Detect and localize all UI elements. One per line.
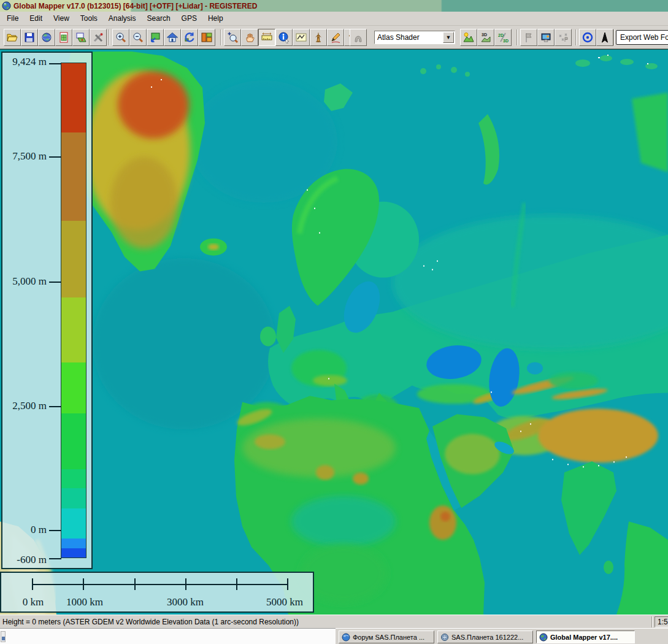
- taskbar-button-sas-planet[interactable]: SAS.Планета 161222...: [437, 631, 533, 643]
- overlay-control-center-button[interactable]: [72, 29, 90, 46]
- scale-label-3000km: 3000 km: [167, 596, 204, 608]
- menu-bar: File Edit View Tools Analysis Search GPS…: [0, 12, 668, 26]
- browser-globe-icon: [342, 633, 350, 642]
- toolbar: Atlas Shader ▼ 3D 2D 3D: [0, 26, 668, 49]
- menu-gps[interactable]: GPS: [176, 12, 202, 25]
- menu-search[interactable]: Search: [142, 12, 176, 25]
- path-profile-button[interactable]: [293, 29, 310, 46]
- full-view-button[interactable]: [147, 29, 164, 46]
- hill-shading-button[interactable]: [460, 29, 477, 46]
- open-folder-icon: [6, 31, 18, 44]
- window-title: Global Mapper v17.0 (b123015) [64-bit] […: [13, 2, 257, 10]
- scale-tick: [32, 578, 33, 590]
- north-arrow-button[interactable]: [596, 29, 613, 46]
- global-mapper-window: Global Mapper v17.0 (b123015) [64-bit] […: [0, 0, 668, 644]
- zoom-box-button[interactable]: [224, 29, 241, 46]
- 3d-view-icon: 3D: [480, 31, 492, 44]
- toolbar-separator: [109, 29, 110, 45]
- pan-button[interactable]: [241, 29, 258, 46]
- global-mapper-icon: [539, 633, 548, 642]
- walk-3d-button-disabled[interactable]: [350, 29, 367, 46]
- legend-label-min: -600 m: [2, 554, 47, 566]
- north-arrow-icon: [599, 31, 611, 44]
- bottom-strip: Форум SAS.Планета ... SAS.Планета 161222…: [0, 628, 668, 644]
- feature-info-button[interactable]: [275, 29, 293, 46]
- lidar-button-disabled[interactable]: [555, 29, 572, 46]
- zoom-out-button[interactable]: [129, 29, 147, 46]
- measure-button[interactable]: [258, 29, 275, 46]
- toolbar-group-tools: [224, 29, 361, 46]
- refresh-icon: [183, 31, 196, 44]
- lidar-points-icon: [557, 31, 569, 44]
- distance-scale-bar: 0 km 1000 km 3000 km 5000 km: [0, 572, 314, 613]
- toolbar-group-walk: [350, 29, 367, 46]
- toolbar-group-file: [4, 29, 107, 46]
- toolbar-separator: [516, 29, 518, 45]
- floppy-save-icon: [23, 31, 36, 44]
- open-web-button[interactable]: [38, 29, 55, 46]
- home-view-button[interactable]: [164, 29, 181, 46]
- menu-tools[interactable]: Tools: [75, 12, 103, 25]
- dropdown-arrow-icon[interactable]: ▼: [443, 32, 454, 43]
- image-viewer-button[interactable]: [537, 29, 555, 46]
- open-file-button[interactable]: [4, 29, 21, 46]
- status-text: Height = 0 meters (ASTER GDEM v2 Worldwi…: [0, 618, 299, 626]
- document-map-icon: [58, 31, 70, 44]
- configuration-button[interactable]: [90, 29, 107, 46]
- monitor-image-icon: [540, 31, 552, 44]
- globe-icon: [40, 31, 53, 44]
- pencil-icon: [329, 31, 342, 44]
- export-web-form-button[interactable]: Export Web Form...: [616, 30, 668, 45]
- taskbar-button-label: Форум SAS.Планета ...: [353, 634, 424, 641]
- taskbar-button-global-mapper[interactable]: Global Mapper v17....: [536, 631, 635, 643]
- open-data-file-button[interactable]: [55, 29, 72, 46]
- sun-terrain-icon: [463, 31, 475, 44]
- title-bar: Global Mapper v17.0 (b123015) [64-bit] […: [0, 0, 668, 12]
- taskbar-button-forum-sas[interactable]: Форум SAS.Планета ...: [339, 631, 434, 643]
- gps-center-button[interactable]: [579, 29, 596, 46]
- shader-dropdown[interactable]: Atlas Shader ▼: [374, 31, 455, 44]
- digitizer-button[interactable]: [327, 29, 344, 46]
- ruler-measure-icon: [261, 31, 273, 44]
- 3d-view-button[interactable]: 3D: [477, 29, 494, 46]
- zoom-in-button[interactable]: [112, 29, 129, 46]
- menu-file[interactable]: File: [1, 12, 24, 25]
- menu-help[interactable]: Help: [202, 12, 229, 25]
- app-globe-icon: [2, 1, 11, 10]
- status-bar: Height = 0 meters (ASTER GDEM v2 Worldwi…: [0, 615, 668, 628]
- hand-pan-icon: [244, 31, 256, 44]
- zoom-out-icon: [132, 31, 144, 44]
- tools-config-icon: [92, 31, 104, 44]
- scale-tick: [236, 578, 237, 590]
- toolbar-group-3d: 3D 2D 3D: [460, 29, 512, 46]
- flag-icon: [523, 31, 535, 44]
- map-canvas[interactable]: [0, 49, 668, 615]
- layers-icon: [75, 31, 87, 44]
- scale-tick: [185, 578, 186, 590]
- menu-view[interactable]: View: [48, 12, 75, 25]
- tile-windows-button[interactable]: [198, 29, 215, 46]
- info-cursor-icon: [278, 31, 290, 44]
- full-extent-icon: [149, 31, 161, 44]
- menu-edit[interactable]: Edit: [24, 12, 48, 25]
- scale-tick: [134, 578, 136, 590]
- toolbar-group-view: [520, 29, 572, 46]
- legend-label-7500: 7,500 m: [2, 150, 47, 163]
- scale-line: [32, 584, 287, 585]
- save-button[interactable]: [21, 29, 38, 46]
- scale-label-1000km: 1000 km: [66, 596, 103, 608]
- menu-analysis[interactable]: Analysis: [103, 12, 142, 25]
- flag-button-disabled[interactable]: [520, 29, 537, 46]
- scale-label-5000km: 5000 km: [266, 596, 303, 608]
- svg-text:3D: 3D: [503, 39, 509, 43]
- view-shed-button[interactable]: [310, 29, 327, 46]
- swap-2d-3d-button[interactable]: 2D 3D: [494, 29, 512, 46]
- tower-viewshed-icon: [312, 31, 324, 44]
- legend-label-max: 9,424 m: [2, 56, 47, 68]
- legend-tick: [49, 406, 61, 407]
- legend-label-2500: 2,500 m: [2, 400, 47, 412]
- toolbar-group-gps: [579, 29, 613, 46]
- refresh-button[interactable]: [181, 29, 198, 46]
- scale-label-0km: 0 km: [23, 596, 44, 608]
- profile-chart-icon: [295, 31, 307, 44]
